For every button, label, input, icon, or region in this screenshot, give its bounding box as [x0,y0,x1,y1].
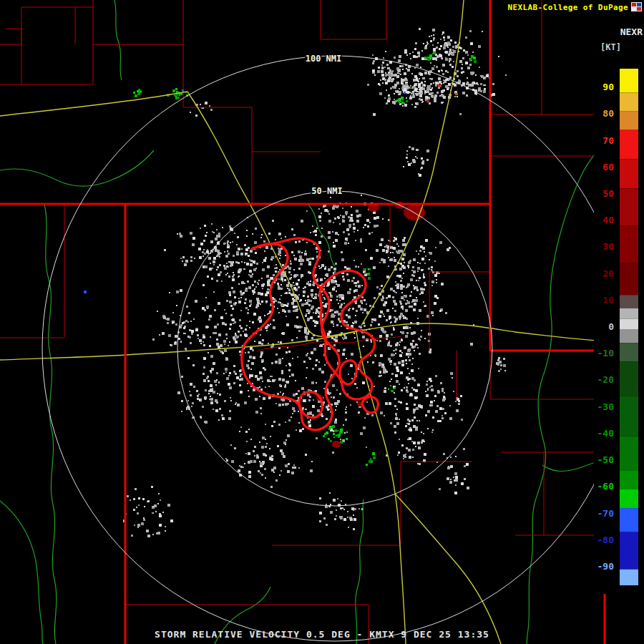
echo-pixel [185,320,187,322]
echo-pixel [439,241,442,244]
echo-pixel [440,382,442,384]
echo-pixel [208,380,210,382]
echo-pixel [197,395,198,396]
echo-pixel [404,72,406,75]
echo-pixel [321,235,323,238]
echo-pixel [396,283,399,286]
echo-pixel [216,338,218,341]
echo-pixel [421,102,423,103]
echo-pixel [303,295,305,297]
echo-pixel [436,55,439,58]
echo-pixel [220,253,222,254]
echo-pixel [347,517,348,518]
echo-pixel [353,231,355,233]
echo-pixel [415,102,417,104]
echo-pixel [361,263,362,265]
echo-pixel [346,268,348,270]
colorbar-tick-label: 80 [602,108,614,119]
echo-pixel [239,431,240,432]
echo-pixel [344,336,347,339]
echo-pixel [461,482,464,485]
echo-pixel [391,373,394,375]
echo-pixel [245,333,247,335]
echo-pixel [398,69,401,72]
echo-pixel [470,343,473,346]
echo-pixel [265,293,268,296]
echo-pixel [305,300,306,301]
echo-pixel [337,400,340,403]
echo-pixel [186,409,187,410]
echo-pixel [291,251,293,253]
colorbar-segment [620,263,638,296]
echo-pixel [255,375,258,378]
echo-pixel [431,431,433,433]
echo-pixel [452,53,454,56]
echo-pixel [159,514,162,517]
echo-pixel [396,292,397,293]
echo-pixel [348,527,349,528]
echo-pixel [401,102,404,104]
echo-pixel [216,255,218,257]
colorbar-segment [620,508,638,532]
echo-pixel [396,369,399,372]
echo-pixel [183,333,185,334]
echo-pixel [196,390,198,392]
echo-pixel [248,475,251,478]
echo-pixel [436,66,438,68]
echo-pixel [395,413,397,415]
echo-pixel [315,293,317,296]
echo-pixel [384,259,386,261]
echo-pixel [396,380,399,383]
echo-pixel [382,62,384,64]
echo-pixel [383,371,386,374]
echo-pixel [341,297,344,300]
echo-pixel [417,262,419,263]
echo-pixel [357,280,359,283]
echo-pixel [427,91,429,93]
echo-pixel [426,159,429,161]
echo-pixel [454,96,456,97]
echo-pixel [209,268,212,270]
echo-pixel [258,301,260,302]
echo-pixel [240,291,242,293]
colorbar-title: NEXR [620,26,643,37]
echo-pixel [277,445,279,447]
echo-pixel [233,382,235,384]
echo-pixel [463,49,465,52]
echo-pixel [419,309,421,312]
echo-pixel [386,371,388,373]
echo-pixel [379,243,382,246]
velocity-speck [455,93,458,95]
echo-pixel [177,391,180,394]
echo-pixel [331,266,333,268]
echo-pixel [233,365,235,367]
echo-pixel [296,316,298,318]
echo-pixel [433,82,434,84]
echo-pixel [278,253,280,255]
echo-pixel [454,42,457,44]
echo-pixel [388,97,391,100]
echo-pixel [335,409,336,411]
echo-pixel [214,326,217,328]
echo-pixel [298,279,300,281]
echo-pixel [370,458,371,459]
echo-pixel [277,393,279,395]
echo-pixel [283,455,286,458]
echo-pixel [249,305,251,307]
echo-pixel [246,364,249,367]
echo-pixel [416,157,418,159]
echo-pixel [401,360,404,363]
echo-pixel [263,259,266,262]
echo-pixel [411,73,413,74]
echo-pixel [212,388,213,389]
echo-pixel [343,231,345,233]
echo-pixel [228,253,230,255]
echo-pixel [204,253,206,255]
colorbar-tick-label: 60 [602,162,614,172]
echo-pixel [238,248,240,250]
echo-pixel [351,214,353,216]
echo-pixel [398,401,400,403]
echo-pixel [390,422,392,424]
echo-pixel [281,452,284,455]
echo-pixel [219,394,221,396]
